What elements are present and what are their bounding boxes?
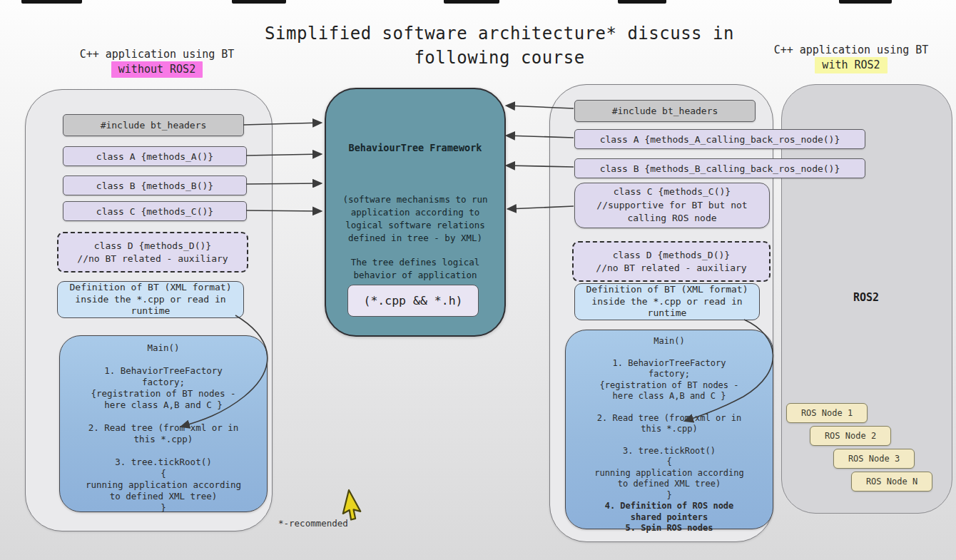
left-class-d-box: class D {methods_D()} //no BT related - … — [57, 232, 248, 273]
ros2-title: ROS2 — [781, 291, 951, 304]
video-edge-segment — [21, 0, 82, 4]
ros-node-2: ROS Node 2 — [810, 426, 891, 446]
right-class-b-box: class B {methods_B_calling_back_ros_node… — [574, 158, 865, 178]
right-main-code: Main() 1. BehaviorTreeFactory factory; {… — [594, 330, 744, 501]
left-bt-definition-box: Definition of BT (XML format) inside the… — [57, 281, 244, 318]
page-title: Simplified software architecture* discus… — [235, 21, 763, 70]
recommended-footnote: *-recommended — [278, 518, 348, 529]
framework-description: (software mechanisms to run application … — [342, 193, 487, 245]
left-main-code: Main() 1. BehaviorTreeFactory factory; {… — [86, 336, 241, 514]
right-class-c-box: class C {methods_C()} //supportive for B… — [574, 183, 770, 228]
right-main-code-bold: 4. Definition of ROS node shared pointer… — [605, 501, 734, 534]
ros-node-1: ROS Node 1 — [786, 403, 868, 423]
ros-node-n: ROS Node N — [851, 472, 932, 492]
behaviourtree-framework-box: BehaviourTree Framework (software mechan… — [325, 88, 506, 337]
left-class-c-box: class C {methods_C()} — [63, 201, 247, 221]
left-include-box: #include bt_headers — [63, 114, 244, 136]
video-edge-segment — [444, 0, 499, 4]
left-header-highlight: without ROS2 — [111, 61, 203, 77]
mouse-cursor — [342, 490, 365, 521]
right-bt-definition-box: Definition of BT (XML format) inside the… — [574, 283, 760, 320]
framework-files-box: (*.cpp && *.h) — [347, 285, 479, 317]
framework-tree-note: The tree defines logical behavior of app… — [351, 256, 480, 282]
right-column-header: C++ application using BT with ROS2 — [748, 43, 955, 73]
right-class-d-box: class D {methods_D()} //no BT related - … — [572, 241, 771, 282]
left-class-b-box: class B {methods_B()} — [63, 175, 247, 195]
right-class-a-box: class A {methods_A_calling_back_ros_node… — [574, 129, 865, 149]
left-header-line: C++ application using BT — [54, 47, 260, 61]
left-class-a-box: class A {methods_A()} — [63, 146, 247, 166]
ros-node-3: ROS Node 3 — [833, 449, 915, 469]
video-edge-segment — [232, 0, 286, 4]
left-main-box: Main() 1. BehaviorTreeFactory factory; {… — [59, 335, 268, 512]
video-edge-segment — [618, 0, 666, 4]
left-column-header: C++ application using BT without ROS2 — [54, 47, 260, 78]
right-main-box: Main() 1. BehaviorTreeFactory factory; {… — [565, 330, 773, 529]
right-include-box: #include bt_headers — [574, 100, 756, 122]
right-header-line: C++ application using BT — [748, 43, 955, 57]
right-header-highlight: with ROS2 — [815, 57, 887, 73]
framework-title: BehaviourTree Framework — [349, 142, 482, 153]
video-edge-segment — [839, 0, 892, 4]
